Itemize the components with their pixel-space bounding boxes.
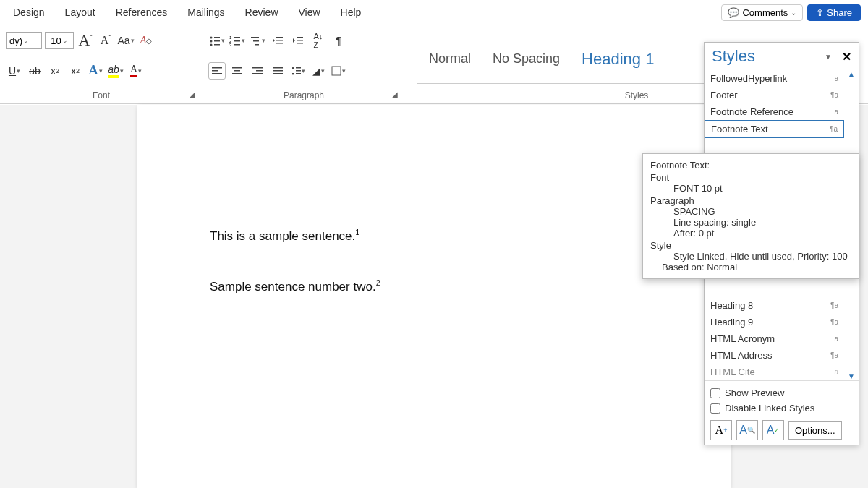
increase-indent-button[interactable] [289, 32, 307, 49]
style-item-heading8[interactable]: Heading 8¶a [705, 297, 844, 314]
align-left-button[interactable] [208, 62, 226, 80]
decrease-indent-button[interactable] [269, 32, 286, 49]
paragraph-dialog-launcher[interactable]: ◢ [392, 90, 398, 98]
tooltip-based: Based on: Normal [650, 262, 851, 273]
strikethrough-button[interactable]: ab [26, 62, 43, 80]
style-item-footnote-text[interactable]: Footnote Text¶a▼ [705, 120, 844, 138]
bullets-button[interactable]: ▾ [208, 32, 226, 49]
svg-point-0 [210, 37, 213, 39]
comment-icon: 💬 [728, 7, 739, 18]
tooltip-style-label: Style [650, 240, 851, 251]
svg-rect-21 [212, 67, 222, 69]
top-right-actions: 💬 Comments ⌄ ⇪ Share [721, 4, 861, 21]
comments-button[interactable]: 💬 Comments ⌄ [721, 4, 803, 21]
svg-rect-20 [297, 43, 303, 44]
manage-styles-button[interactable]: A✓ [762, 420, 784, 440]
shading-button[interactable]: ◢▾ [310, 62, 327, 80]
underline-button[interactable]: U▾ [6, 62, 23, 80]
tab-review[interactable]: Review [235, 2, 289, 22]
tab-help[interactable]: Help [331, 2, 372, 22]
style-tooltip: Footnote Text: Font FONT 10 pt Paragraph… [642, 153, 859, 279]
paragraph-2[interactable]: Sample sentence number two.2 [210, 278, 658, 294]
svg-rect-28 [256, 70, 263, 72]
svg-rect-14 [255, 44, 259, 46]
svg-rect-31 [273, 70, 283, 72]
tooltip-title: Footnote Text: [650, 160, 851, 171]
font-color-button[interactable]: A▾ [127, 62, 145, 80]
borders-button[interactable]: ▾ [330, 62, 347, 80]
style-heading1[interactable]: Heading 1 [582, 50, 654, 69]
svg-rect-34 [296, 70, 301, 72]
highlight-button[interactable]: ab▾ [107, 62, 124, 80]
shrink-font-button[interactable]: Aˇ [97, 32, 114, 49]
style-item-html-address[interactable]: HTML Address¶a [705, 347, 844, 364]
justify-button[interactable] [269, 62, 286, 80]
share-button[interactable]: ⇪ Share [807, 4, 861, 21]
svg-rect-12 [251, 37, 259, 38]
style-item-html-acronym[interactable]: HTML Acronyma [705, 330, 844, 347]
chevron-down-icon: ⌄ [791, 9, 796, 17]
svg-rect-25 [234, 70, 240, 72]
tab-layout[interactable]: Layout [55, 2, 106, 22]
sort-button[interactable]: A↓Z [310, 32, 327, 49]
font-size-input[interactable]: 10⌄ [45, 32, 74, 49]
tab-mailings[interactable]: Mailings [177, 2, 234, 22]
tooltip-after: After: 0 pt [650, 228, 851, 239]
style-inspector-button[interactable]: A🔍 [736, 420, 758, 440]
show-preview-checkbox[interactable]: Show Preview [710, 385, 853, 401]
svg-point-4 [210, 44, 213, 46]
svg-rect-15 [276, 37, 283, 38]
font-name-input[interactable]: dy)⌄ [6, 32, 42, 49]
svg-rect-22 [212, 70, 218, 72]
paragraph-1[interactable]: This is a sample sentence.1 [210, 228, 658, 244]
svg-rect-29 [252, 73, 263, 74]
pane-dropdown-icon[interactable]: ▼ [825, 53, 832, 61]
align-center-button[interactable] [229, 62, 246, 80]
style-item-footnote-reference[interactable]: Footnote Referencea [705, 103, 844, 120]
svg-point-2 [210, 40, 213, 43]
text-effects-button[interactable]: A▾ [87, 62, 104, 80]
disable-linked-checkbox[interactable]: Disable Linked Styles [710, 401, 853, 416]
styles-options-button[interactable]: Options... [788, 421, 842, 440]
style-item-followedhyperlink[interactable]: FollowedHyperlinka [705, 70, 844, 87]
style-item-heading9[interactable]: Heading 9¶a [705, 314, 844, 330]
tab-view[interactable]: View [289, 2, 331, 22]
footnote-ref-2: 2 [376, 278, 380, 287]
align-right-button[interactable] [249, 62, 266, 80]
style-normal[interactable]: Normal [429, 51, 471, 67]
svg-rect-35 [296, 73, 301, 74]
clear-format-button[interactable]: A◇ [137, 32, 155, 49]
document-page[interactable]: This is a sample sentence.1 Sample sente… [137, 105, 731, 488]
share-icon: ⇪ [816, 7, 824, 18]
new-style-button[interactable]: A+ [710, 420, 732, 440]
svg-rect-1 [214, 37, 220, 38]
share-label: Share [827, 7, 852, 18]
grow-font-button[interactable]: Aˆ [77, 32, 94, 49]
svg-rect-19 [297, 40, 303, 41]
svg-rect-23 [212, 73, 222, 74]
font-group: dy)⌄ 10⌄ Aˆ Aˇ Aa▾ A◇ U▾ ab x2 x2 A▾ ab▾… [0, 25, 203, 103]
pane-close-button[interactable]: ✕ [842, 50, 851, 64]
style-item-footer[interactable]: Footer¶a [705, 87, 844, 103]
tooltip-linespacing: Line spacing: single [650, 217, 851, 228]
subscript-button[interactable]: x2 [46, 62, 64, 80]
styles-pane-title: Styles [712, 47, 755, 66]
style-nospacing[interactable]: No Spacing [493, 51, 560, 67]
superscript-button[interactable]: x2 [67, 62, 84, 80]
svg-rect-24 [232, 67, 242, 69]
font-dialog-launcher[interactable]: ◢ [190, 90, 195, 98]
line-spacing-button[interactable]: ▾ [289, 62, 307, 80]
multilevel-button[interactable]: ▾ [249, 32, 266, 49]
svg-rect-32 [273, 73, 283, 74]
tab-references[interactable]: References [106, 2, 178, 22]
change-case-button[interactable]: Aa▾ [117, 32, 135, 49]
show-marks-button[interactable]: ¶ [330, 32, 347, 49]
svg-rect-7 [234, 37, 240, 38]
scroll-up-icon[interactable]: ▲ [848, 70, 855, 78]
footnote-ref-1: 1 [355, 228, 359, 236]
paragraph-group-label: Paragraph◢ [208, 89, 399, 102]
scroll-down-icon[interactable]: ▼ [848, 372, 855, 380]
tab-design[interactable]: Design [3, 2, 55, 22]
style-item-html-cite[interactable]: HTML Citea [705, 364, 844, 380]
numbering-button[interactable]: 123▾ [229, 32, 246, 49]
